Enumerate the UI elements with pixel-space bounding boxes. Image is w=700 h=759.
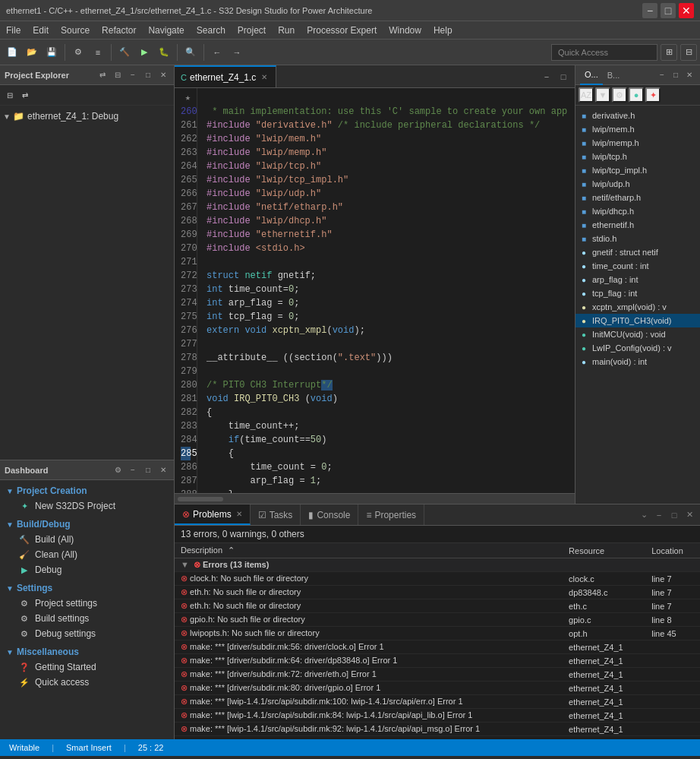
maximize-button[interactable]: □ <box>661 3 676 18</box>
search-button[interactable]: 🔍 <box>181 43 200 62</box>
bottom-maximize-icon[interactable]: □ <box>668 509 680 521</box>
table-row[interactable]: ⊗ gpio.h: No such file or directory gpio… <box>175 613 700 627</box>
menu-item-window[interactable]: Window <box>383 21 427 39</box>
col-location[interactable]: Location <box>645 543 700 558</box>
menu-item-help[interactable]: Help <box>427 21 459 39</box>
open-button[interactable]: 📂 <box>23 43 41 62</box>
editor-tab-close-icon[interactable]: ✕ <box>259 72 270 83</box>
outline-star-btn[interactable]: ✦ <box>645 87 661 103</box>
outline-item-11[interactable]: ●time_count : int <box>575 259 700 273</box>
outline-tab-2[interactable]: B... <box>603 65 625 85</box>
run-button[interactable]: ▶ <box>135 43 153 62</box>
outline-item-12[interactable]: ●arp_flag : int <box>575 273 700 286</box>
outline-settings-btn[interactable]: ⚙ <box>612 87 627 103</box>
new-file-button[interactable]: 📄 <box>3 43 21 62</box>
outline-filter-button[interactable]: ▼ <box>595 87 610 103</box>
tab-console[interactable]: ▮ Console <box>301 504 358 525</box>
minimize-button[interactable]: − <box>642 3 657 18</box>
save-button[interactable]: 💾 <box>43 43 61 62</box>
bottom-minimize-icon[interactable]: − <box>653 509 665 521</box>
menu-item-refactor[interactable]: Refactor <box>96 21 142 39</box>
debug-button[interactable]: 🐛 <box>155 43 173 62</box>
forward-button[interactable]: → <box>228 43 246 62</box>
code-text[interactable]: * main implementation: use this 'C' samp… <box>197 88 575 493</box>
menu-item-search[interactable]: Search <box>191 21 232 39</box>
outline-item-0[interactable]: ■derivative.h <box>575 109 700 122</box>
outline-item-5[interactable]: ■lwip/udp.h <box>575 177 700 191</box>
menu-item-processor[interactable]: Processor Expert <box>301 21 383 39</box>
tab-properties[interactable]: ≡ Properties <box>358 504 424 525</box>
outline-item-8[interactable]: ■ethernetif.h <box>575 218 700 232</box>
dashboard-maximize-icon[interactable]: □ <box>142 464 154 476</box>
outline-item-7[interactable]: ■lwip/dhcp.h <box>575 204 700 218</box>
pe-collapse-button[interactable]: ⊟ <box>3 88 17 102</box>
table-row[interactable]: ⊗ clock.h: No such file or directory clo… <box>175 572 700 586</box>
build-all-item[interactable]: 🔨 Build (All) <box>0 532 174 547</box>
settings-button[interactable]: ⚙ <box>69 43 87 62</box>
tree-item-project[interactable]: ▼ 📁 ethernet_Z4_1: Debug <box>0 109 174 124</box>
bottom-close-icon[interactable]: ✕ <box>683 509 695 521</box>
dashboard-minimize-icon[interactable]: − <box>127 464 139 476</box>
dashboard-close-icon[interactable]: ✕ <box>157 464 169 476</box>
outline-item-16[interactable]: ●InitMCU(void) : void <box>575 327 700 341</box>
table-row[interactable]: ⊗ make: *** Waiting for unfinished jobs.… <box>175 736 700 740</box>
outline-item-18[interactable]: ●main(void) : int <box>575 355 700 368</box>
outline-item-3[interactable]: ■lwip/tcp.h <box>575 150 700 163</box>
build-button[interactable]: 🔨 <box>115 43 134 62</box>
maximize-panel-icon[interactable]: □ <box>142 69 154 81</box>
build-debug-header[interactable]: ▼ Build/Debug <box>0 517 174 532</box>
outline-sort-button[interactable]: AZ <box>579 87 594 103</box>
outline-close-icon[interactable]: ✕ <box>683 69 695 81</box>
project-settings-item[interactable]: ⚙ Project settings <box>0 596 174 611</box>
outline-item-15[interactable]: ●IRQ_PIT0_CH3(void) <box>575 314 700 327</box>
tab-maximize-icon[interactable]: □ <box>557 70 570 84</box>
menu-item-project[interactable]: Project <box>232 21 272 39</box>
collapse-icon[interactable]: ⊟ <box>112 69 124 81</box>
outline-minimize-icon[interactable]: − <box>656 69 668 81</box>
table-row[interactable]: ⊗ make: *** [lwip-1.4.1/src/api/subdir.m… <box>175 695 700 709</box>
problems-close-icon[interactable]: ✕ <box>236 510 242 518</box>
bottom-chevron-icon[interactable]: ⌄ <box>638 509 650 521</box>
table-row[interactable]: ⊗ make: *** [driver/subdir.mk:64: driver… <box>175 654 700 668</box>
close-button[interactable]: ✕ <box>679 3 694 18</box>
table-row[interactable]: ⊗ make: *** [driver/subdir.mk:56: driver… <box>175 640 700 654</box>
editor-tab-active[interactable]: C ethernet_Z4_1.c ✕ <box>175 65 276 87</box>
sync-icon[interactable]: ⇄ <box>96 69 109 81</box>
editor-scroll-area[interactable]: ★ 260 261 262 263 264 265 266 267 268 26 <box>175 88 575 493</box>
getting-started-item[interactable]: ❓ Getting Started <box>0 659 174 675</box>
miscellaneous-header[interactable]: ▼ Miscellaneous <box>0 644 174 659</box>
back-button[interactable]: ← <box>208 43 226 62</box>
outline-item-10[interactable]: ●gnetif : struct netif <box>575 245 700 259</box>
close-panel-icon[interactable]: ✕ <box>157 69 169 81</box>
table-row[interactable]: ⊗ make: *** [lwip-1.4.1/src/api/subdir.m… <box>175 723 700 736</box>
col-description[interactable]: Description ⌃ <box>175 543 563 558</box>
outline-dot-btn[interactable]: ● <box>629 87 644 103</box>
outline-item-14[interactable]: ●xcptn_xmpl(void) : v <box>575 300 700 314</box>
outline-item-17[interactable]: ●LwIP_Config(void) : v <box>575 341 700 355</box>
pe-link-button[interactable]: ⇄ <box>18 88 32 102</box>
menu-item-run[interactable]: Run <box>272 21 301 39</box>
tab-problems[interactable]: ⊗ Problems ✕ <box>175 504 251 525</box>
quick-access-item[interactable]: ⚡ Quick access <box>0 675 174 690</box>
outline-maximize-icon[interactable]: □ <box>670 69 682 81</box>
outline-item-2[interactable]: ■lwip/memp.h <box>575 136 700 150</box>
menu-item-file[interactable]: File <box>0 21 27 39</box>
view-btn-1[interactable]: ⊞ <box>661 44 677 61</box>
table-row[interactable]: ⊗ make: *** [driver/subdir.mk:72: driver… <box>175 668 700 682</box>
tab-minimize-icon[interactable]: − <box>540 70 553 84</box>
debug-settings-item[interactable]: ⚙ Debug settings <box>0 626 174 641</box>
menu-item-navigate[interactable]: Navigate <box>142 21 190 39</box>
new-s32ds-project-item[interactable]: ✦ New S32DS Project <box>0 498 174 514</box>
outline-item-1[interactable]: ■lwip/mem.h <box>575 122 700 136</box>
outline-tab-1[interactable]: O... <box>580 65 603 85</box>
table-row[interactable]: ⊗ eth.h: No such file or directory dp838… <box>175 586 700 599</box>
col-resource[interactable]: Resource <box>563 543 645 558</box>
editor-horizontal-scrollbar[interactable] <box>175 493 575 504</box>
clean-all-item[interactable]: 🧹 Clean (All) <box>0 547 174 562</box>
problems-scroll-area[interactable]: Description ⌃ Resource Location ▼⊗ Error… <box>175 543 700 739</box>
outline-item-4[interactable]: ■lwip/tcp_impl.h <box>575 163 700 177</box>
dashboard-settings-icon[interactable]: ⚙ <box>112 464 124 476</box>
table-row[interactable]: ⊗ eth.h: No such file or directory eth.c… <box>175 599 700 613</box>
code-editor[interactable]: ★ 260 261 262 263 264 265 266 267 268 26 <box>175 88 575 504</box>
table-row[interactable]: ⊗ lwipopts.h: No such file or directory … <box>175 627 700 640</box>
